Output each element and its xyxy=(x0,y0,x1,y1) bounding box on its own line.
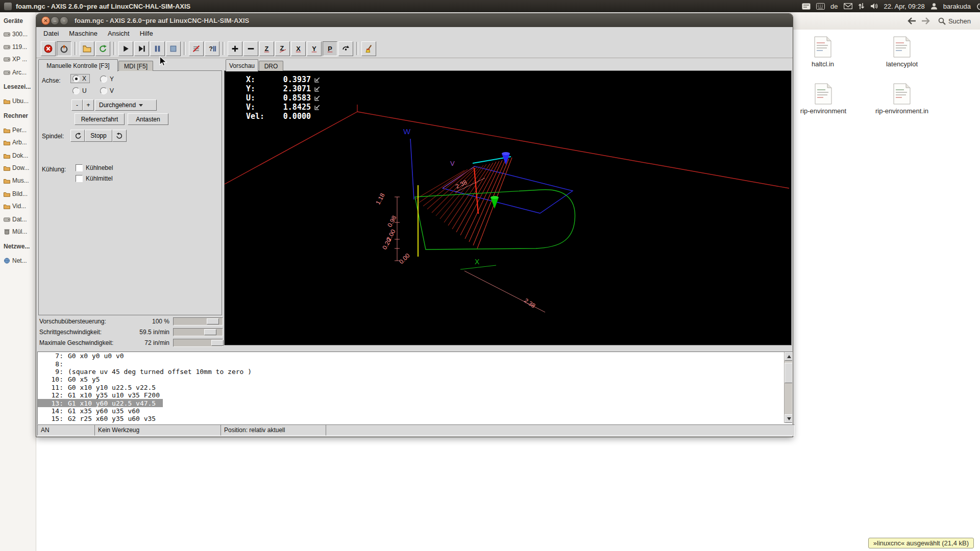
view-y-button[interactable]: Y xyxy=(307,41,322,56)
stop-button[interactable] xyxy=(166,41,181,56)
open-file-button[interactable] xyxy=(80,41,94,56)
axis-radio-x[interactable]: X xyxy=(70,74,90,83)
mist-checkbox[interactable]: Kühlnebel xyxy=(76,164,113,171)
feed-override-slider[interactable] xyxy=(173,317,223,325)
sidebar-item-music[interactable]: Mus... xyxy=(0,176,36,186)
slider-handle[interactable] xyxy=(207,318,219,324)
gcode-line[interactable]: 11:G0 x10 y10 u22.5 v22.5 xyxy=(38,384,792,391)
panel-app-icon xyxy=(4,3,12,10)
max-velocity-slider[interactable] xyxy=(173,339,223,347)
home-axis-button[interactable]: Referenzfahrt xyxy=(75,113,125,125)
axis-radio-y[interactable]: Y xyxy=(100,76,114,83)
jog-speed-slider[interactable] xyxy=(173,328,223,336)
network-sync-icon[interactable] xyxy=(858,3,865,10)
view-z-button[interactable]: Z xyxy=(259,41,274,56)
view-z-rotated-button[interactable]: Z xyxy=(275,41,290,56)
jog-minus-button[interactable]: - xyxy=(71,99,83,111)
search-button[interactable]: Suchen xyxy=(934,15,975,27)
sidebar-item-desktop[interactable]: Arb... xyxy=(0,137,36,147)
tab-manual-control[interactable]: Manuelle Kontrolle [F3] xyxy=(38,59,118,71)
toggle-skip-lines-button[interactable] xyxy=(189,41,204,56)
sidebar-item-home[interactable]: Per... xyxy=(0,125,36,135)
zoom-out-button[interactable] xyxy=(243,41,258,56)
slider-handle[interactable] xyxy=(204,329,216,335)
clock[interactable]: 22. Apr, 09:28 xyxy=(884,3,925,10)
view-perspective-button[interactable]: P xyxy=(323,41,337,56)
gcode-line[interactable]: 12:G1 x10 y35 u10 v35 F200 xyxy=(38,391,792,399)
user-name[interactable]: barakuda xyxy=(943,3,971,10)
sidebar-item-device[interactable]: 119... xyxy=(0,42,36,52)
session-power-icon[interactable] xyxy=(976,3,980,10)
step-button[interactable] xyxy=(134,41,149,56)
jog-mode-dropdown[interactable]: Durchgehend xyxy=(95,99,157,111)
rotate-view-button[interactable] xyxy=(338,41,353,56)
sidebar-item-device[interactable]: Arc... xyxy=(0,67,36,78)
scroll-down-button[interactable] xyxy=(785,414,793,423)
scroll-up-button[interactable] xyxy=(785,352,793,361)
file-latencyplot[interactable]: latencyplot xyxy=(869,36,935,68)
scrollbar-thumb[interactable] xyxy=(785,363,793,383)
file-haltcl[interactable]: haltcl.in xyxy=(790,36,856,68)
gcode-line[interactable]: 14:G1 x35 y60 u35 v60 xyxy=(38,407,792,415)
menu-hilfe[interactable]: Hilfe xyxy=(135,29,158,38)
tab-dro[interactable]: DRO xyxy=(259,61,283,71)
estop-button[interactable] xyxy=(41,41,56,56)
indicator-applet-icon[interactable] xyxy=(802,3,811,10)
gcode-line[interactable]: 8: xyxy=(38,360,792,367)
toggle-optional-pause-button[interactable]: ? xyxy=(205,41,219,56)
back-button[interactable] xyxy=(905,15,918,27)
sidebar-item-videos[interactable]: Vid... xyxy=(0,201,36,211)
zoom-in-button[interactable] xyxy=(228,41,242,56)
gcode-scrollbar[interactable] xyxy=(784,352,792,423)
sidebar-item-device[interactable]: XP ... xyxy=(0,54,36,64)
touch-off-button[interactable]: Antasten xyxy=(128,113,168,125)
sidebar-item-bookmark[interactable]: Ubu... xyxy=(0,96,36,106)
sidebar-item-network[interactable]: Net... xyxy=(0,256,36,266)
cut-surface-lines xyxy=(415,158,512,248)
mail-icon[interactable] xyxy=(844,3,852,9)
sidebar-item-pictures[interactable]: Bild... xyxy=(0,189,36,199)
gcode-line[interactable]: 15:G2 r25 x60 y35 u60 v35 xyxy=(38,415,792,422)
forward-button[interactable] xyxy=(920,15,932,27)
file-rip-environment-in[interactable]: rip-environment.in xyxy=(869,83,935,115)
keyboard-layout-label[interactable]: de xyxy=(830,3,838,10)
window-minimize-button[interactable]: – xyxy=(51,16,59,25)
spindle-ccw-button[interactable] xyxy=(70,130,85,142)
tab-preview[interactable]: Vorschau xyxy=(226,59,258,71)
volume-icon[interactable] xyxy=(870,3,878,10)
machine-power-button[interactable] xyxy=(57,41,71,56)
sidebar-item-device[interactable]: 300... xyxy=(0,29,36,39)
keyboard-icon[interactable] xyxy=(816,3,825,10)
user-icon[interactable] xyxy=(930,3,938,10)
axis-radio-u[interactable]: U xyxy=(72,87,87,94)
run-button[interactable] xyxy=(118,41,133,56)
menu-ansicht[interactable]: Ansicht xyxy=(103,29,135,38)
menu-maschine[interactable]: Maschine xyxy=(64,29,103,38)
sidebar-item-downloads[interactable]: Dow... xyxy=(0,163,36,173)
gcode-line[interactable]: 7:G0 x0 y0 u0 v0 xyxy=(38,352,792,360)
gcode-line[interactable]: 10:G0 x5 y5 xyxy=(38,375,792,383)
gcode-line-active[interactable]: 13:G1 x10 y60 u22.5 v47.5 xyxy=(38,399,163,407)
window-close-button[interactable]: ✕ xyxy=(41,16,50,25)
sidebar-item-filesystem[interactable]: Dat... xyxy=(0,214,36,224)
axis-radio-v[interactable]: V xyxy=(100,87,114,94)
flood-checkbox[interactable]: Kühlmittel xyxy=(76,175,113,182)
window-maximize-button[interactable]: ▫ xyxy=(60,16,68,25)
panel-app-title[interactable]: foam.ngc - AXIS 2.6.0~pre auf LinuxCNC-H… xyxy=(16,3,190,10)
file-rip-environment[interactable]: rip-environment xyxy=(790,83,856,115)
jog-plus-button[interactable]: + xyxy=(83,99,94,111)
gcode-line[interactable]: 9:(square uv 45 deg turned offset 10mm t… xyxy=(38,368,792,375)
spindle-stop-button[interactable]: Stopp xyxy=(85,130,112,142)
view-x-button[interactable]: X xyxy=(291,41,306,56)
axis-titlebar[interactable]: ✕ – ▫ foam.ngc - AXIS 2.6.0~pre auf Linu… xyxy=(36,14,793,27)
menu-datei[interactable]: Datei xyxy=(38,29,64,38)
tab-mdi[interactable]: MDI [F5] xyxy=(118,61,153,71)
reload-button[interactable] xyxy=(95,41,110,56)
slider-handle[interactable] xyxy=(211,340,224,346)
spindle-cw-button[interactable] xyxy=(112,130,127,142)
pause-button[interactable] xyxy=(150,41,165,56)
sidebar-item-documents[interactable]: Dok... xyxy=(0,151,36,161)
sidebar-item-trash[interactable]: Mül... xyxy=(0,227,36,237)
gcode-listing[interactable]: 7:G0 x0 y0 u0 v0 8: 9:(square uv 45 deg … xyxy=(37,352,793,424)
clear-plot-button[interactable] xyxy=(361,41,376,56)
